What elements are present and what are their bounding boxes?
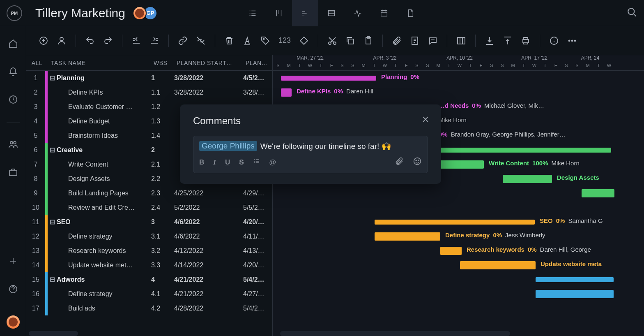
end-cell[interactable]: 5/5/2… [243, 204, 272, 211]
task-name[interactable]: Define strategy [48, 233, 151, 240]
col-header-all[interactable]: ALL [26, 60, 48, 66]
start-cell[interactable]: 4/28/2022 [174, 305, 243, 312]
wbs-cell[interactable]: 3 [151, 218, 174, 226]
col-header-wbs[interactable]: WBS [154, 60, 177, 66]
emoji-icon[interactable] [413, 157, 422, 168]
gantt-bar[interactable] [281, 76, 376, 81]
import-icon[interactable] [485, 36, 494, 46]
end-cell[interactable]: 4/27/… [243, 290, 272, 298]
collapse-icon[interactable]: ⊟ [48, 218, 57, 226]
start-cell[interactable]: 3/28/2022 [174, 74, 243, 82]
start-cell[interactable]: 3/28/2022 [174, 89, 243, 96]
mention-chip[interactable]: George Phillips [199, 141, 257, 151]
recent-icon[interactable] [8, 95, 18, 106]
milestone-icon[interactable] [299, 36, 309, 46]
indent-icon[interactable] [150, 36, 159, 46]
view-activity-icon[interactable] [345, 0, 371, 26]
task-name[interactable]: Define Budget [48, 118, 151, 125]
end-cell[interactable]: 4/20/… [243, 262, 272, 269]
gantt-bar[interactable] [440, 247, 462, 255]
add-task-icon[interactable] [39, 36, 48, 46]
wbs-cell[interactable]: 2.2 [151, 175, 174, 183]
task-name[interactable]: Update website met… [48, 262, 151, 269]
strike-icon[interactable]: S [239, 158, 244, 167]
gantt-scrollbar[interactable] [280, 331, 510, 336]
start-cell[interactable]: 4/21/2022 [174, 290, 243, 298]
wbs-cell[interactable]: 3.1 [151, 233, 174, 240]
redo-icon[interactable] [103, 36, 113, 46]
end-cell[interactable]: 4/11/… [243, 233, 272, 240]
gantt-bar[interactable] [536, 277, 614, 282]
gantt-bar[interactable] [439, 148, 611, 153]
task-row[interactable]: 2Define KPIs1.13/28/20223/28/… [26, 85, 272, 100]
comment-icon[interactable] [428, 36, 438, 46]
end-cell[interactable]: 4/20/… [243, 218, 272, 226]
task-name[interactable]: Define KPIs [48, 89, 151, 96]
task-name[interactable]: Brainstorm Ideas [48, 132, 151, 139]
close-icon[interactable] [421, 115, 430, 125]
view-sheet-icon[interactable] [318, 0, 345, 26]
attach-icon[interactable] [395, 157, 404, 168]
underline-icon[interactable]: U [225, 158, 230, 167]
task-name[interactable]: Evaluate Customer … [48, 103, 151, 111]
wbs-cell[interactable]: 3.2 [151, 247, 174, 255]
app-logo[interactable]: PM [7, 5, 22, 21]
number-format-icon[interactable]: 123 [278, 36, 291, 45]
wbs-cell[interactable]: 4.1 [151, 290, 174, 298]
gantt-bar[interactable] [460, 261, 536, 269]
link-icon[interactable] [178, 36, 188, 46]
view-gantt-icon[interactable] [292, 0, 318, 26]
wbs-cell[interactable]: 2.3 [151, 190, 174, 197]
portfolio-icon[interactable] [8, 167, 18, 179]
task-row[interactable]: 17Build ads4.24/28/20225/4/2… [26, 301, 272, 315]
task-name[interactable]: Research keywords [48, 247, 151, 255]
outdent-icon[interactable] [131, 36, 141, 46]
wbs-cell[interactable]: 2.1 [151, 161, 174, 168]
italic-icon[interactable]: I [213, 158, 216, 167]
task-row[interactable]: 16Define strategy4.14/21/20224/27/… [26, 287, 272, 301]
gantt-bar[interactable] [281, 88, 292, 97]
task-name[interactable]: Build Landing Pages [48, 190, 151, 197]
collapse-icon[interactable]: ⊟ [48, 74, 57, 82]
task-row[interactable]: 14Update website met…3.34/14/20224/20/… [26, 258, 272, 272]
end-cell[interactable]: 5/4/2… [243, 276, 272, 283]
more-icon[interactable] [567, 36, 577, 46]
team-icon[interactable] [8, 139, 18, 151]
wbs-cell[interactable]: 4.2 [151, 305, 174, 312]
assign-icon[interactable] [57, 36, 67, 46]
wbs-cell[interactable]: 2 [151, 146, 174, 154]
comment-input[interactable]: George Phillips We're following our time… [193, 136, 428, 173]
col-header-start[interactable]: PLANNED START… [177, 60, 246, 66]
avatar-user-1[interactable] [133, 6, 147, 20]
notifications-icon[interactable] [8, 67, 18, 78]
task-name[interactable]: ⊟Adwords [48, 276, 151, 283]
help-icon[interactable] [8, 284, 18, 296]
undo-icon[interactable] [85, 36, 95, 46]
user-avatar[interactable] [7, 315, 20, 329]
task-row[interactable]: 13Research keywords3.24/12/20224/13/… [26, 243, 272, 258]
wbs-cell[interactable]: 3.3 [151, 262, 174, 269]
view-list-icon[interactable] [239, 0, 266, 26]
task-row[interactable]: 9Build Landing Pages2.34/25/20224/29/… [26, 186, 272, 200]
grid-scrollbar[interactable] [29, 331, 78, 336]
gantt-bar[interactable] [582, 189, 614, 197]
text-color-icon[interactable] [242, 36, 252, 46]
end-cell[interactable]: 3/28/… [243, 89, 272, 96]
gantt-bar[interactable] [503, 175, 552, 183]
wbs-cell[interactable]: 1.4 [151, 132, 174, 139]
collapse-icon[interactable]: ⊟ [48, 276, 57, 283]
wbs-cell[interactable]: 4 [151, 276, 174, 283]
copy-icon[interactable] [345, 36, 355, 46]
task-name[interactable]: Build ads [48, 305, 151, 312]
start-cell[interactable]: 4/12/2022 [174, 247, 243, 255]
gantt-chart[interactable]: MAR, 27 '22APR, 3 '22APR, 10 '22APR, 17 … [273, 55, 644, 336]
task-name[interactable]: ⊟Planning [48, 74, 151, 82]
task-row[interactable]: 15⊟Adwords44/21/20225/4/2… [26, 272, 272, 287]
home-icon[interactable] [8, 39, 18, 50]
gantt-bar[interactable] [536, 290, 614, 298]
col-header-end[interactable]: PLAN… [246, 60, 272, 66]
task-row[interactable]: 1⊟Planning13/28/20224/5/2… [26, 71, 272, 85]
task-name[interactable]: Write Content [48, 161, 151, 168]
gantt-bar[interactable] [375, 220, 535, 225]
view-file-icon[interactable] [397, 0, 423, 26]
